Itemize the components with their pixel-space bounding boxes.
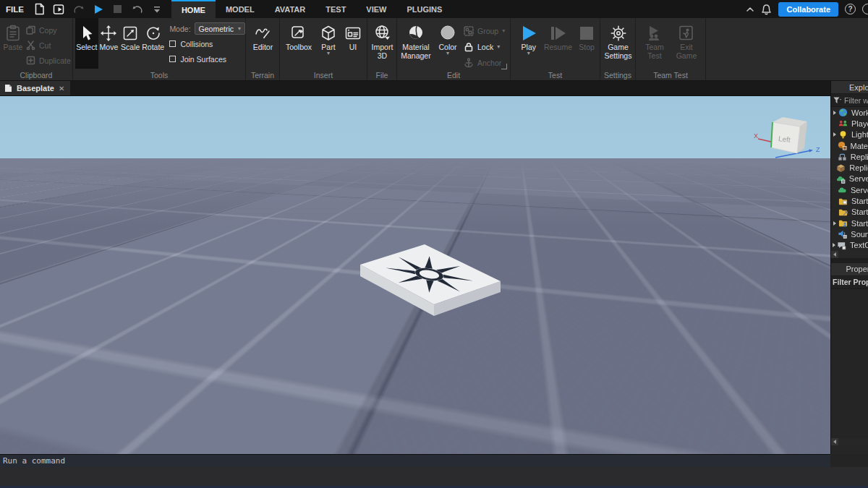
scroll-left-arrow[interactable] (831, 438, 838, 445)
help-icon[interactable]: ? (845, 4, 856, 14)
tree-item-players[interactable]: Players (831, 118, 868, 129)
scale-tool-button[interactable]: Scale (119, 18, 141, 69)
tree-item-label: StarterPack (851, 207, 868, 216)
close-icon[interactable]: ✕ (59, 85, 64, 93)
expand-arrow-icon[interactable] (831, 243, 837, 247)
document-tab-baseplate[interactable]: Baseplate ✕ (0, 81, 70, 95)
tree-item-server-storage[interactable]: ServerStorage (831, 184, 868, 195)
stop-quick-button[interactable] (111, 2, 125, 17)
chevron-up-icon[interactable] (746, 7, 754, 12)
stop-button[interactable]: Stop (574, 18, 600, 56)
tree-item-lighting[interactable]: Lighting (831, 129, 868, 140)
axis-z-label: Z (816, 146, 820, 153)
play-quick-button[interactable] (91, 2, 106, 17)
group-button[interactable]: Group ▾ (464, 24, 505, 38)
copy-label: Copy (39, 26, 57, 35)
ui-button[interactable]: UI (341, 18, 365, 56)
scroll-left-arrow[interactable] (831, 251, 838, 258)
tab-test[interactable]: TEST (315, 0, 356, 18)
tab-home[interactable]: HOME (171, 0, 216, 18)
chevron-down-icon[interactable]: ▾ (527, 51, 530, 56)
group-label: Group (477, 27, 498, 35)
chevron-down-icon[interactable]: ▾ (327, 51, 330, 56)
document-tab-bar: Baseplate ✕ (0, 81, 830, 95)
tree-item-text-chat-service[interactable]: TextChatService (831, 240, 868, 251)
properties-filter-input[interactable]: Filter Properties (831, 276, 868, 289)
chevron-down-icon[interactable]: ▾ (497, 45, 500, 49)
tab-model[interactable]: MODEL (216, 0, 265, 18)
team-test-button[interactable]: Team Test (639, 18, 671, 60)
explorer-horizontal-scrollbar[interactable] (831, 251, 868, 258)
decal-part[interactable] (347, 236, 514, 322)
server-script-service-icon (836, 174, 846, 184)
select-tool-button[interactable]: Select (75, 18, 98, 69)
collaborate-button[interactable]: Collaborate (778, 2, 838, 17)
collisions-checkbox[interactable] (169, 40, 176, 47)
tree-item-starter-pack[interactable]: StarterPack (831, 207, 868, 218)
3d-viewport[interactable]: X Z Left (0, 95, 830, 454)
bell-icon[interactable] (761, 4, 772, 15)
tree-item-replicated-storage[interactable]: ReplicatedStorage (831, 162, 868, 173)
tree-item-workspace[interactable]: Workspace (831, 107, 868, 118)
terrain-editor-button[interactable]: Editor (246, 18, 280, 51)
exit-game-button[interactable]: Exit Game (671, 18, 702, 60)
tree-item-replicated-first[interactable]: ReplicatedFirst (831, 151, 868, 162)
tab-plugins[interactable]: PLUGINS (396, 0, 452, 18)
lock-label: Lock (477, 43, 493, 51)
properties-horizontal-scrollbar[interactable] (831, 438, 868, 445)
join-surfaces-checkbox-row[interactable]: Join Surfaces (169, 51, 245, 67)
new-file-button[interactable] (33, 2, 47, 17)
expand-arrow-icon[interactable] (831, 132, 838, 137)
paste-button[interactable]: Paste (0, 18, 26, 67)
file-menu[interactable]: FILE (0, 0, 33, 18)
join-surfaces-checkbox[interactable] (169, 56, 176, 62)
tree-item-sound-service[interactable]: SoundService (831, 228, 868, 239)
expand-arrow-icon[interactable] (831, 111, 838, 115)
tree-item-starter-gui[interactable]: StarterGui (831, 195, 868, 206)
panel-splitter[interactable] (831, 258, 868, 263)
resume-button[interactable]: Resume (542, 18, 574, 56)
explorer-filter-input[interactable]: Filter workspace (831, 94, 868, 107)
open-button[interactable] (52, 2, 67, 17)
lock-button[interactable]: Lock ▾ (464, 40, 505, 53)
tab-view[interactable]: VIEW (356, 0, 396, 18)
chevron-down-icon[interactable]: ▾ (446, 51, 449, 56)
exit-game-label: Exit Game (671, 43, 702, 60)
explorer-header[interactable]: Explorer (831, 81, 868, 94)
mode-label: Mode: (169, 25, 190, 33)
game-settings-button[interactable]: Game Settings (600, 18, 636, 60)
material-manager-button[interactable]: Material Manager (397, 18, 435, 69)
mode-dropdown[interactable]: Geometric ▾ (195, 22, 245, 35)
view-cube[interactable]: X Z Left (752, 112, 825, 166)
cut-button[interactable]: Cut (26, 38, 71, 52)
ribbon: Paste Copy Cut Duplicate (0, 18, 868, 81)
part-button[interactable]: Part ▾ (315, 18, 341, 56)
expand-arrow-icon[interactable] (831, 221, 838, 226)
customize-quick-access-button[interactable] (150, 2, 164, 17)
color-button[interactable]: Color ▾ (435, 18, 461, 69)
group-label-insert: Insert (280, 71, 367, 80)
edit-dialog-launcher-icon[interactable] (501, 64, 507, 69)
collisions-checkbox-row[interactable]: Collisions (169, 36, 245, 51)
resume-icon (548, 23, 567, 43)
tree-item-server-script-service[interactable]: ServerScriptService (831, 174, 868, 184)
game-settings-label: Game Settings (600, 43, 636, 60)
command-bar-input[interactable]: Run a command (0, 454, 830, 467)
properties-header[interactable]: Properties (831, 263, 868, 276)
tree-item-starter-player[interactable]: StarterPlayer (831, 218, 868, 228)
tab-avatar[interactable]: AVATAR (265, 0, 316, 18)
duplicate-button[interactable]: Duplicate (26, 53, 71, 67)
play-button[interactable]: Play ▾ (515, 18, 542, 56)
anchor-button[interactable]: Anchor (464, 56, 505, 69)
undo-button[interactable] (130, 2, 145, 17)
import-3d-button[interactable]: Import 3D (367, 18, 397, 60)
redo-button[interactable] (72, 2, 86, 17)
copy-button[interactable]: Copy (26, 23, 71, 37)
account-icon[interactable] (862, 4, 868, 14)
rotate-tool-button[interactable]: Rotate (141, 18, 165, 69)
filter-funnel-icon[interactable] (833, 97, 841, 104)
right-panel-footer (830, 454, 868, 467)
move-tool-button[interactable]: Move (98, 18, 120, 69)
tree-item-material-service[interactable]: MaterialService (831, 140, 868, 151)
toolbox-button[interactable]: Toolbox (282, 18, 315, 56)
